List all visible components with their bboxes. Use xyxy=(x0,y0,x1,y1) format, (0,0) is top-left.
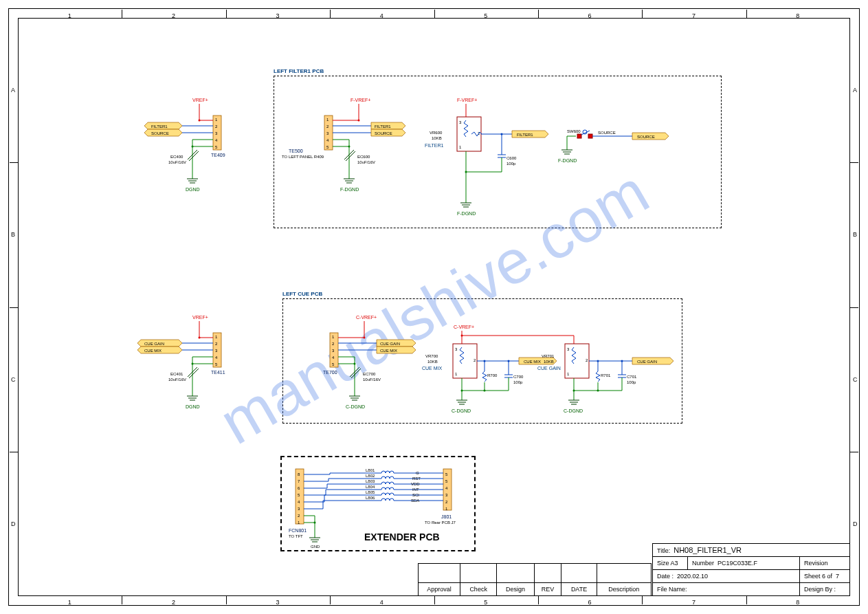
svg-text:100p: 100p xyxy=(627,380,636,384)
svg-point-16 xyxy=(192,146,194,148)
svg-text:EC401: EC401 xyxy=(170,372,183,376)
svg-text:L801: L801 xyxy=(366,468,375,472)
block-extender: 8 7 6 5 4 3 2 1 FCN801 TO TFT 5 5 4 3 2 … xyxy=(289,468,456,549)
grid-row-label: D xyxy=(11,520,16,527)
svg-text:RST: RST xyxy=(412,476,421,481)
svg-point-172 xyxy=(484,360,486,362)
svg-point-202 xyxy=(597,360,599,362)
svg-text:R700: R700 xyxy=(487,373,498,377)
svg-text:10uF/16V: 10uF/16V xyxy=(363,377,381,382)
svg-text:C600: C600 xyxy=(507,156,517,160)
svg-text:L803: L803 xyxy=(366,479,375,483)
svg-text:GND: GND xyxy=(311,545,320,549)
svg-point-214 xyxy=(573,390,575,392)
svg-point-117 xyxy=(192,363,194,365)
svg-point-285 xyxy=(314,522,316,524)
svg-text:C-VREF+: C-VREF+ xyxy=(454,325,474,329)
block-te411: VREF+ 1 2 3 4 5 TE411 CUE GAIN CUE MIX E… xyxy=(137,315,225,409)
svg-point-185 xyxy=(484,390,486,392)
grid-col-label: 6 xyxy=(588,12,592,19)
svg-text:SOURCE: SOURCE xyxy=(598,131,616,135)
svg-text:100p: 100p xyxy=(513,380,523,384)
svg-text:100p: 100p xyxy=(507,162,516,166)
svg-text:FILTER1: FILTER1 xyxy=(151,124,168,129)
svg-point-69 xyxy=(501,133,503,135)
svg-text:3: 3 xyxy=(459,120,462,124)
grid-row-label: C xyxy=(853,376,858,383)
svg-line-49 xyxy=(346,151,355,161)
revision-table: Approval Check Design REV DATE Descripti… xyxy=(418,563,652,596)
svg-text:DGND: DGND xyxy=(186,404,200,409)
svg-text:TE409: TE409 xyxy=(211,153,225,157)
svg-text:C-DGND: C-DGND xyxy=(564,408,583,413)
svg-text:SOURCE: SOURCE xyxy=(637,135,655,139)
grid-row-label: A xyxy=(11,87,15,94)
schematic-canvas: VREF+ 1 2 3 4 5 TE409 FILTER1 SOURCE EC4… xyxy=(0,0,868,614)
grid-row-label: D xyxy=(853,520,858,527)
svg-point-215 xyxy=(597,390,599,392)
svg-text:VR600: VR600 xyxy=(430,131,443,135)
grid-row-label: B xyxy=(853,231,857,238)
grid-row-label: B xyxy=(11,231,15,238)
svg-point-176 xyxy=(508,360,510,362)
svg-text:TE411: TE411 xyxy=(211,370,225,375)
svg-text:10KB: 10KB xyxy=(432,136,442,140)
svg-text:FILTER1: FILTER1 xyxy=(517,133,533,137)
svg-text:10KB: 10KB xyxy=(544,360,554,364)
svg-text:CUE MIX: CUE MIX xyxy=(422,366,443,371)
svg-text:10KB: 10KB xyxy=(427,360,438,364)
svg-text:TO LEFT PANEL R409: TO LEFT PANEL R409 xyxy=(282,155,324,159)
svg-text:SOURCE: SOURCE xyxy=(151,131,169,135)
svg-text:10uF/16V: 10uF/16V xyxy=(168,160,186,164)
grid-col-label: 8 xyxy=(796,599,799,606)
svg-text:C701: C701 xyxy=(627,375,637,379)
block-vr701: 3 2 1 VR701 10KB CUE GAIN CUE GAIN R701 … xyxy=(537,336,674,413)
grid-col-label: 8 xyxy=(796,12,799,19)
svg-text:3: 3 xyxy=(567,347,570,351)
grid-col-label: 3 xyxy=(276,599,279,606)
svg-text:F-VREF+: F-VREF+ xyxy=(457,98,477,102)
svg-point-184 xyxy=(461,390,463,392)
svg-text:1: 1 xyxy=(459,145,462,149)
svg-text:FCN801: FCN801 xyxy=(289,528,307,533)
block-sw600: SW600 SOURCE SOURCE F-DGND xyxy=(558,129,669,163)
block-vr600: F-VREF+ 3 2 1 VR600 10KB FILTER1 FILTER1… xyxy=(425,98,548,216)
svg-text:L806: L806 xyxy=(366,496,375,500)
svg-point-46 xyxy=(348,146,350,148)
svg-text:VR700: VR700 xyxy=(425,354,438,358)
svg-rect-83 xyxy=(577,134,581,138)
svg-text:L805: L805 xyxy=(366,490,375,494)
svg-text:2: 2 xyxy=(586,358,588,362)
svg-text:VDD: VDD xyxy=(411,482,420,486)
svg-text:L804: L804 xyxy=(366,485,375,489)
svg-text:F-DGND: F-DGND xyxy=(558,158,577,163)
grid-col-label: 7 xyxy=(692,599,695,606)
svg-text:F-DGND: F-DGND xyxy=(340,187,359,192)
svg-text:EC600: EC600 xyxy=(357,155,370,159)
svg-point-147 xyxy=(354,363,356,365)
svg-text:C700: C700 xyxy=(513,375,524,379)
svg-line-19 xyxy=(189,151,199,161)
block-te700: C-VREF+ 1 2 3 4 5 TE700 CUE GAIN CUE MIX… xyxy=(323,315,416,409)
svg-line-150 xyxy=(351,369,361,378)
svg-text:F-DGND: F-DGND xyxy=(457,211,476,216)
svg-text:10uF/16V: 10uF/16V xyxy=(168,377,186,382)
grid-col-label: 1 xyxy=(68,599,71,606)
block-te409: VREF+ 1 2 3 4 5 TE409 FILTER1 SOURCE EC4… xyxy=(144,98,225,192)
svg-text:SW600: SW600 xyxy=(567,129,581,133)
svg-point-36 xyxy=(358,120,360,122)
svg-point-77 xyxy=(465,171,467,173)
svg-text:CUE MIX: CUE MIX xyxy=(524,360,541,364)
grid-col-label: 6 xyxy=(588,599,592,606)
svg-text:CUE GAIN: CUE GAIN xyxy=(537,366,561,371)
grid-col-label: 4 xyxy=(380,599,383,606)
svg-text:SCI: SCI xyxy=(412,493,419,497)
svg-text:L802: L802 xyxy=(366,474,375,478)
grid-col-label: 7 xyxy=(692,12,695,19)
svg-text:C-VREF+: C-VREF+ xyxy=(356,315,377,320)
svg-text:2: 2 xyxy=(474,358,476,362)
svg-text:SOURCE: SOURCE xyxy=(375,131,392,135)
svg-point-137 xyxy=(364,337,366,339)
svg-point-206 xyxy=(621,360,623,362)
svg-text:1: 1 xyxy=(455,372,458,376)
